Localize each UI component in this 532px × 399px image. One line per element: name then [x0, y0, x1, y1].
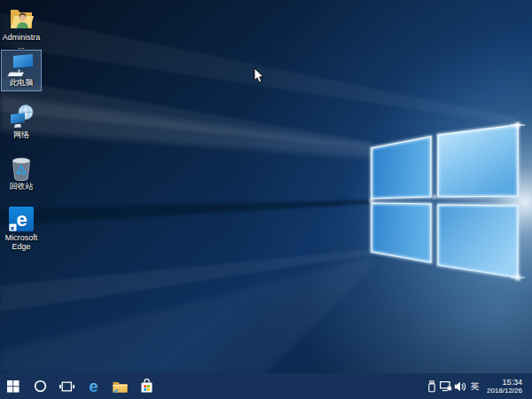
computer-icon: [7, 53, 35, 77]
edge-taskbar-button[interactable]: e: [80, 373, 106, 399]
svg-text:e: e: [16, 208, 27, 231]
usb-device-icon: [426, 380, 437, 393]
task-view-icon: [59, 380, 74, 393]
system-tray: 英 15:34 2018/12/26: [425, 373, 532, 399]
user-folder-icon: [8, 5, 35, 32]
ime-language-indicator[interactable]: 英: [467, 373, 482, 399]
taskbar: e: [0, 373, 532, 399]
icon-label: 此电脑: [10, 78, 34, 87]
store-button[interactable]: [133, 373, 160, 399]
taskbar-clock[interactable]: 15:34 2018/12/26: [482, 378, 527, 395]
windows-logo-icon: [7, 380, 20, 393]
icon-label: 网络: [13, 130, 29, 139]
task-view-button[interactable]: [53, 373, 80, 399]
speaker-icon: [454, 381, 466, 392]
clock-time: 15:34: [502, 378, 522, 387]
store-bag-icon: [140, 379, 153, 394]
desktop-icon-microsoft-edge[interactable]: e Microsoft Edge: [1, 202, 42, 252]
clock-date: 2018/12/26: [487, 387, 522, 395]
network-globe-icon: [7, 104, 35, 129]
usb-tray-button[interactable]: [425, 373, 439, 399]
desktop-icon-this-pc[interactable]: 此电脑: [1, 50, 42, 91]
desktop-icon-administrator[interactable]: Administra...: [1, 2, 42, 51]
cortana-circle-icon: [34, 379, 47, 393]
network-tray-button[interactable]: [439, 373, 453, 399]
cortana-button[interactable]: [27, 373, 53, 399]
desktop-icon-network[interactable]: 网络: [1, 100, 42, 140]
desktop-icon-recycle-bin[interactable]: 回收站: [1, 152, 42, 192]
wallpaper-windows-hero: [0, 0, 532, 373]
start-button[interactable]: [0, 373, 27, 399]
svg-text:e: e: [89, 378, 98, 395]
folder-icon: [113, 380, 128, 393]
network-display-icon: [440, 381, 452, 392]
icon-label: 回收站: [10, 182, 34, 191]
volume-tray-button[interactable]: [453, 373, 467, 399]
edge-e-icon: e: [86, 378, 101, 395]
recycle-bin-icon: [9, 155, 34, 181]
edge-logo-icon: e: [8, 206, 35, 232]
desktop: Administra... 此电脑: [0, 0, 532, 373]
icon-label: Administra...: [2, 33, 41, 51]
file-explorer-button[interactable]: [106, 373, 133, 399]
icon-label: Microsoft Edge: [2, 233, 41, 251]
